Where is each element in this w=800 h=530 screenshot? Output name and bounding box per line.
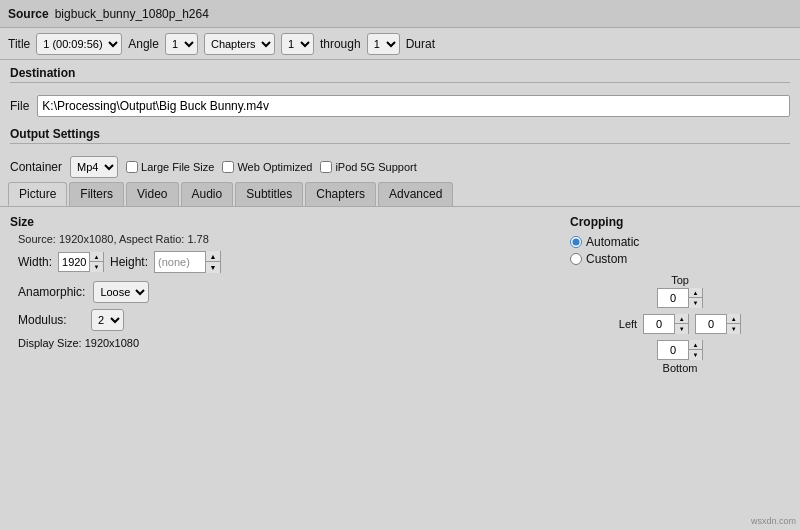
top-spin: ▲ ▼: [657, 288, 703, 308]
modulus-select[interactable]: 2: [91, 309, 124, 331]
height-label: Height:: [110, 255, 148, 269]
custom-radio-row: Custom: [570, 252, 790, 266]
destination-row: File: [0, 91, 800, 121]
top-label: Top: [671, 274, 689, 286]
left-column: Size Source: 1920x1080, Aspect Ratio: 1.…: [10, 215, 550, 374]
left-spin: ▲ ▼: [643, 314, 689, 334]
height-down-btn[interactable]: ▼: [206, 262, 220, 273]
modulus-label: Modulus:: [18, 313, 83, 327]
tabs-container: PictureFiltersVideoAudioSubtitlesChapter…: [0, 182, 800, 207]
height-spin: (none) ▲ ▼: [154, 251, 221, 273]
destination-title: Destination: [10, 66, 790, 83]
height-placeholder: (none): [155, 255, 205, 269]
destination-section: Destination: [0, 60, 800, 91]
display-size-label: Display Size:: [18, 337, 82, 349]
angle-label: Angle: [128, 37, 159, 51]
left-up-btn[interactable]: ▲: [675, 314, 688, 324]
ipod-5g-label[interactable]: iPod 5G Support: [320, 161, 416, 173]
top-down-btn[interactable]: ▼: [689, 298, 702, 308]
bottom-up-btn[interactable]: ▲: [689, 340, 702, 350]
bottom-label: Bottom: [663, 362, 698, 374]
automatic-radio-row: Automatic: [570, 235, 790, 249]
width-spin: ▲ ▼: [58, 252, 104, 272]
title-row: Title 1 (00:09:56) Angle 1 Chapters 1 th…: [0, 28, 800, 60]
height-spin-buttons: ▲ ▼: [205, 251, 220, 273]
top-spin-buttons: ▲ ▼: [688, 288, 702, 308]
bottom-spin-buttons: ▲ ▼: [688, 340, 702, 360]
source-bar: Source bigbuck_bunny_1080p_h264: [0, 0, 800, 28]
file-input[interactable]: [37, 95, 790, 117]
anamorphic-row: Anamorphic: Loose: [10, 281, 550, 303]
title-label: Title: [8, 37, 30, 51]
container-select[interactable]: Mp4: [70, 156, 118, 178]
ipod-5g-checkbox[interactable]: [320, 161, 332, 173]
width-input[interactable]: [59, 255, 89, 269]
custom-radio[interactable]: [570, 253, 582, 265]
anamorphic-select[interactable]: Loose: [93, 281, 149, 303]
title-select[interactable]: 1 (00:09:56): [36, 33, 122, 55]
container-label: Container: [10, 160, 62, 174]
tab-chapters[interactable]: Chapters: [305, 182, 376, 206]
right-down-btn[interactable]: ▼: [727, 324, 740, 334]
left-spin-buttons: ▲ ▼: [674, 314, 688, 334]
right-column: Cropping Automatic Custom Top ▲ ▼ Left: [570, 215, 790, 374]
tab-advanced[interactable]: Advanced: [378, 182, 453, 206]
main-content: Size Source: 1920x1080, Aspect Ratio: 1.…: [0, 207, 800, 382]
width-spin-buttons: ▲ ▼: [89, 252, 103, 272]
tab-picture[interactable]: Picture: [8, 182, 67, 206]
anamorphic-label: Anamorphic:: [18, 285, 85, 299]
tab-filters[interactable]: Filters: [69, 182, 124, 206]
size-title: Size: [10, 215, 550, 229]
width-label: Width:: [18, 255, 52, 269]
tab-subtitles[interactable]: Subtitles: [235, 182, 303, 206]
right-input[interactable]: [696, 317, 726, 331]
bottom-spin: ▲ ▼: [657, 340, 703, 360]
width-down-btn[interactable]: ▼: [90, 262, 103, 272]
web-optimized-label[interactable]: Web Optimized: [222, 161, 312, 173]
duration-label: Durat: [406, 37, 435, 51]
chapters-type-select[interactable]: Chapters: [204, 33, 275, 55]
left-down-btn[interactable]: ▼: [675, 324, 688, 334]
source-filename: bigbuck_bunny_1080p_h264: [55, 7, 209, 21]
chapter-start-select[interactable]: 1: [281, 33, 314, 55]
top-input[interactable]: [658, 291, 688, 305]
web-optimized-checkbox[interactable]: [222, 161, 234, 173]
output-settings-section: Output Settings: [0, 121, 800, 152]
angle-select[interactable]: 1: [165, 33, 198, 55]
chapter-end-select[interactable]: 1: [367, 33, 400, 55]
width-up-btn[interactable]: ▲: [90, 252, 103, 262]
output-settings-row: Container Mp4 Large File Size Web Optimi…: [0, 152, 800, 182]
height-up-btn[interactable]: ▲: [206, 251, 220, 262]
large-file-size-checkbox[interactable]: [126, 161, 138, 173]
automatic-radio[interactable]: [570, 236, 582, 248]
modulus-row: Modulus: 2: [10, 309, 550, 331]
through-label: through: [320, 37, 361, 51]
bottom-input[interactable]: [658, 343, 688, 357]
custom-label: Custom: [586, 252, 627, 266]
cropping-title: Cropping: [570, 215, 790, 229]
display-size-value: 1920x1080: [85, 337, 139, 349]
output-settings-title: Output Settings: [10, 127, 790, 144]
left-input[interactable]: [644, 317, 674, 331]
bottom-down-btn[interactable]: ▼: [689, 350, 702, 360]
display-size-row: Display Size: 1920x1080: [10, 337, 550, 349]
tabs: PictureFiltersVideoAudioSubtitlesChapter…: [8, 182, 792, 206]
right-up-btn[interactable]: ▲: [727, 314, 740, 324]
source-label: Source: [8, 7, 49, 21]
watermark: wsxdn.com: [751, 516, 796, 526]
left-label: Left: [619, 318, 637, 330]
large-file-size-label[interactable]: Large File Size: [126, 161, 214, 173]
right-spin: ▲ ▼: [695, 314, 741, 334]
tab-audio[interactable]: Audio: [181, 182, 234, 206]
source-info: Source: 1920x1080, Aspect Ratio: 1.78: [10, 233, 550, 245]
automatic-label: Automatic: [586, 235, 639, 249]
size-row: Width: ▲ ▼ Height: (none) ▲ ▼: [10, 251, 550, 273]
top-up-btn[interactable]: ▲: [689, 288, 702, 298]
right-spin-buttons: ▲ ▼: [726, 314, 740, 334]
file-label: File: [10, 99, 29, 113]
tab-video[interactable]: Video: [126, 182, 178, 206]
